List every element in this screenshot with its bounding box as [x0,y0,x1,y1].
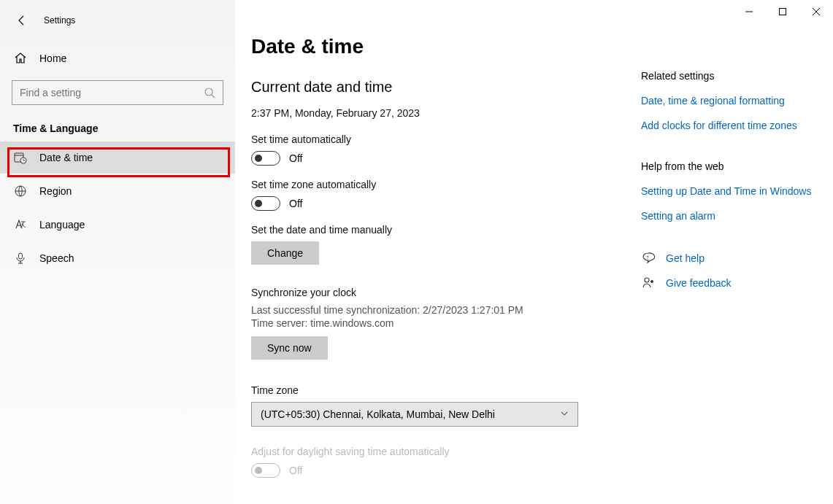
back-button[interactable] [10,9,34,32]
close-button[interactable] [799,0,833,23]
timezone-label: Time zone [251,384,623,396]
set-tz-auto-label: Set time zone automatically [251,179,623,190]
sidebar-item-date-time[interactable]: Date & time [0,141,235,174]
sidebar-item-label: Speech [39,252,74,264]
svg-text:?: ? [646,255,649,260]
current-datetime-value: 2:37 PM, Monday, February 27, 2023 [251,107,623,119]
sync-heading: Synchronize your clock [251,287,623,298]
sidebar-item-region[interactable]: Region [0,175,235,207]
language-icon [13,217,28,232]
toggle-state: Off [289,152,302,164]
sidebar-item-label: Region [39,185,72,197]
home-icon [13,51,28,66]
microphone-icon [13,251,28,265]
svg-point-7 [645,278,649,282]
timezone-selected: (UTC+05:30) Chennai, Kolkata, Mumbai, Ne… [261,408,495,420]
link-help-alarm[interactable]: Setting an alarm [641,210,824,222]
give-feedback-label: Give feedback [666,277,732,289]
sidebar-home[interactable]: Home [0,42,235,74]
chat-help-icon: ? [641,251,656,265]
sidebar-item-language[interactable]: Language [0,209,235,241]
sidebar-item-speech[interactable]: Speech [0,242,235,274]
set-time-auto-label: Set time automatically [251,133,623,145]
page-title: Date & time [251,35,623,58]
dst-label: Adjust for daylight saving time automati… [251,446,623,457]
sync-last: Last successful time synchronization: 2/… [251,304,623,316]
timezone-dropdown[interactable]: (UTC+05:30) Chennai, Kolkata, Mumbai, Ne… [251,402,578,427]
maximize-button[interactable] [766,0,799,23]
get-help-label: Get help [666,252,705,264]
link-help-date-time[interactable]: Setting up Date and Time in Windows [641,185,824,197]
svg-rect-0 [780,9,786,15]
feedback-icon [641,276,656,290]
manual-datetime-label: Set the date and time manually [251,224,623,236]
globe-icon [13,184,28,198]
sync-now-button[interactable]: Sync now [251,336,328,360]
sidebar-item-label: Date & time [39,152,93,163]
link-date-time-regional[interactable]: Date, time & regional formatting [641,95,824,106]
chevron-down-icon [560,408,569,420]
svg-rect-5 [19,253,23,259]
toggle-state: Off [289,465,302,476]
calendar-clock-icon [13,150,28,165]
current-datetime-heading: Current date and time [251,79,623,96]
set-time-auto-toggle[interactable] [251,151,280,166]
set-tz-auto-toggle[interactable] [251,196,280,211]
minimize-button[interactable] [732,0,766,23]
dst-toggle [251,463,280,478]
sync-server: Time server: time.windows.com [251,317,623,329]
sidebar-home-label: Home [39,53,66,64]
sidebar: Settings Home Time & Language Date & tim… [0,0,235,504]
svg-point-1 [205,88,212,96]
right-panel: Related settings Date, time & regional f… [641,70,824,301]
sidebar-item-label: Language [39,219,85,230]
toggle-state: Off [289,198,302,209]
link-add-clocks[interactable]: Add clocks for different time zones [641,120,824,131]
change-button[interactable]: Change [251,241,319,265]
related-settings-heading: Related settings [641,70,824,82]
get-help-button[interactable]: ? Get help [641,251,824,265]
help-web-heading: Help from the web [641,160,824,172]
sidebar-category: Time & Language [13,123,235,134]
window-title: Settings [44,15,75,26]
give-feedback-button[interactable]: Give feedback [641,276,824,290]
search-box[interactable] [12,80,223,105]
search-icon [204,87,215,98]
main-content: Date & time Current date and time 2:37 P… [251,35,623,491]
svg-point-8 [650,280,653,283]
search-input[interactable] [20,87,204,98]
